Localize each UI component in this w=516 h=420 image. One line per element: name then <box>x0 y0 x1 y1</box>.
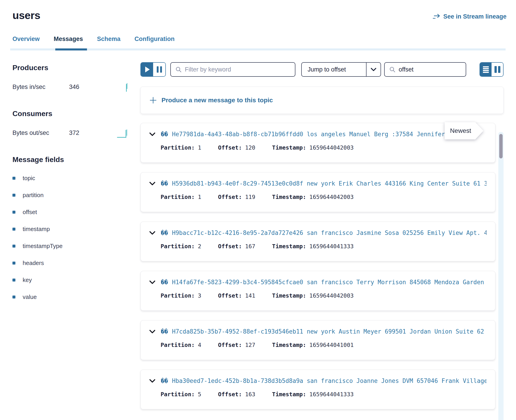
bytes-out-metric: Bytes out/sec 372 <box>12 128 129 138</box>
chevron-down-icon[interactable] <box>149 280 155 284</box>
partition-label: Partition: <box>161 243 195 250</box>
tab-overview[interactable]: Overview <box>12 36 40 48</box>
jump-to-offset-label: Jump to offset <box>302 66 366 73</box>
produce-message-button[interactable]: Produce a new message to this topic <box>140 87 504 114</box>
timestamp-field: Timestamp: 1659644041333 <box>272 391 354 398</box>
chevron-down-icon[interactable] <box>149 132 155 136</box>
bytes-out-value: 372 <box>69 129 117 136</box>
field-item-offset[interactable]: offset <box>12 209 129 216</box>
scrollbar-track[interactable] <box>498 132 504 420</box>
partition-value: 3 <box>198 292 201 299</box>
field-item-timestamp[interactable]: timestamp <box>12 226 129 233</box>
timestamp-field: Timestamp: 1659644041333 <box>272 243 354 250</box>
view-mode-toggle <box>479 62 504 77</box>
play-button[interactable] <box>141 63 153 76</box>
message-row[interactable]: �� Hba30eed7-1edc-452b-8b1a-738d3b5d8a9a… <box>140 369 495 409</box>
tooltip-arrow-icon <box>475 122 483 139</box>
chevron-down-icon[interactable] <box>149 379 155 383</box>
partition-value: 4 <box>198 342 201 348</box>
timestamp-value: 1659644042003 <box>309 144 354 151</box>
message-key-value-text: H9bacc71c-b12c-4216-8e95-2a7da727e426 sa… <box>172 229 486 236</box>
offset-value: 141 <box>245 292 255 299</box>
message-summary: �� H5936db81-b943-4e0f-8c29-74513e0c0d8f… <box>149 180 486 187</box>
message-row[interactable]: �� H7cda825b-35b7-4952-88ef-c193d546eb11… <box>140 320 495 360</box>
offset-label: Offset: <box>218 292 242 299</box>
producers-heading: Producers <box>12 64 129 72</box>
stream-lineage-link[interactable]: See in Stream lineage <box>433 13 507 20</box>
tab-schema[interactable]: Schema <box>97 36 121 48</box>
message-fields-list: topic partition offset timestamp timesta… <box>12 175 129 300</box>
offset-field: Offset: 119 <box>218 194 255 200</box>
partition-label: Partition: <box>161 292 195 299</box>
message-row[interactable]: �� H14fa67fe-5823-4299-b3c4-595845cfcae0… <box>140 271 495 311</box>
filter-input[interactable] <box>185 66 290 73</box>
timestamp-label: Timestamp: <box>272 243 306 250</box>
partition-value: 2 <box>198 243 201 250</box>
message-row[interactable]: �� He77981da-4a43-48ab-b8f8-cb71b96ffdd0… <box>140 123 495 163</box>
bytes-in-value: 346 <box>69 83 117 90</box>
partition-field: Partition: 1 <box>161 194 201 200</box>
partition-value: 1 <box>198 194 201 200</box>
field-item-value[interactable]: value <box>12 293 129 300</box>
message-row[interactable]: �� H5936db81-b943-4e0f-8c29-74513e0c0d8f… <box>140 172 495 212</box>
search-icon <box>175 66 182 73</box>
play-icon <box>145 67 150 72</box>
field-item-partition[interactable]: partition <box>12 192 129 199</box>
field-item-timestampType[interactable]: timestampType <box>12 243 129 250</box>
timestamp-field: Timestamp: 1659644042003 <box>272 292 354 299</box>
pause-button[interactable] <box>153 63 165 76</box>
unknown-glyphs: �� <box>161 377 168 384</box>
tab-messages[interactable]: Messages <box>54 36 83 48</box>
scrollbar-thumb[interactable] <box>499 134 503 158</box>
message-key-value-text: H7cda825b-35b7-4952-88ef-c193d546eb11 ne… <box>172 328 486 335</box>
list-view-button[interactable] <box>480 63 492 76</box>
bytes-in-sparkline <box>117 82 128 92</box>
message-metadata: Partition: 2 Offset: 167 Timestamp: 1659… <box>161 243 486 250</box>
message-metadata: Partition: 1 Offset: 120 Timestamp: 1659… <box>161 144 486 151</box>
timestamp-value: 1659644041001 <box>309 342 354 348</box>
offset-field: Offset: 120 <box>218 144 255 151</box>
field-item-key[interactable]: key <box>12 277 129 284</box>
field-bullet-icon <box>12 177 15 180</box>
tab-configuration[interactable]: Configuration <box>135 36 175 48</box>
offset-value: 163 <box>245 391 255 398</box>
message-row[interactable]: �� H9bacc71c-b12c-4216-8e95-2a7da727e426… <box>140 222 495 261</box>
unknown-glyphs: �� <box>161 131 168 138</box>
jump-to-offset-select[interactable]: Jump to offset <box>301 62 381 77</box>
metrics-sidebar: Producers Bytes in/sec 346 Consumers Byt… <box>0 51 140 310</box>
partition-label: Partition: <box>161 194 195 200</box>
partition-field: Partition: 5 <box>161 391 201 398</box>
message-metadata: Partition: 4 Offset: 127 Timestamp: 1659… <box>161 342 486 348</box>
partition-label: Partition: <box>161 342 195 348</box>
message-summary: �� Hba30eed7-1edc-452b-8b1a-738d3b5d8a9a… <box>149 377 486 384</box>
offset-label: Offset: <box>218 243 242 250</box>
newest-tooltip-label: Newest <box>445 122 475 139</box>
offset-field: Offset: 127 <box>218 342 255 348</box>
partition-field: Partition: 2 <box>161 243 201 250</box>
field-bullet-icon <box>12 194 15 197</box>
chevron-down-icon[interactable] <box>149 182 155 186</box>
column-view-icon <box>494 66 500 73</box>
field-bullet-icon <box>12 262 15 264</box>
timestamp-value: 1659644042003 <box>309 292 354 299</box>
offset-search-input[interactable] <box>399 66 461 73</box>
plus-icon <box>150 97 156 104</box>
tab-underline-track <box>10 48 506 51</box>
partition-label: Partition: <box>161 391 195 398</box>
column-view-button[interactable] <box>492 63 503 76</box>
chevron-down-icon[interactable] <box>149 231 155 235</box>
message-metadata: Partition: 1 Offset: 119 Timestamp: 1659… <box>161 194 486 200</box>
chevron-down-icon[interactable] <box>149 330 155 334</box>
message-summary: �� H9bacc71c-b12c-4216-8e95-2a7da727e426… <box>149 229 486 236</box>
field-item-topic[interactable]: topic <box>12 175 129 182</box>
newest-tooltip: Newest <box>445 122 483 139</box>
bytes-out-sparkline <box>117 128 128 138</box>
offset-value: 120 <box>245 144 255 151</box>
field-item-headers[interactable]: headers <box>12 260 129 267</box>
chevron-down-icon[interactable] <box>367 68 381 71</box>
message-list: �� He77981da-4a43-48ab-b8f8-cb71b96ffdd0… <box>140 123 495 409</box>
timestamp-field: Timestamp: 1659644041001 <box>272 342 354 348</box>
timestamp-value: 1659644042003 <box>309 194 354 200</box>
message-summary: �� He77981da-4a43-48ab-b8f8-cb71b96ffdd0… <box>149 131 486 138</box>
offset-label: Offset: <box>218 194 242 200</box>
